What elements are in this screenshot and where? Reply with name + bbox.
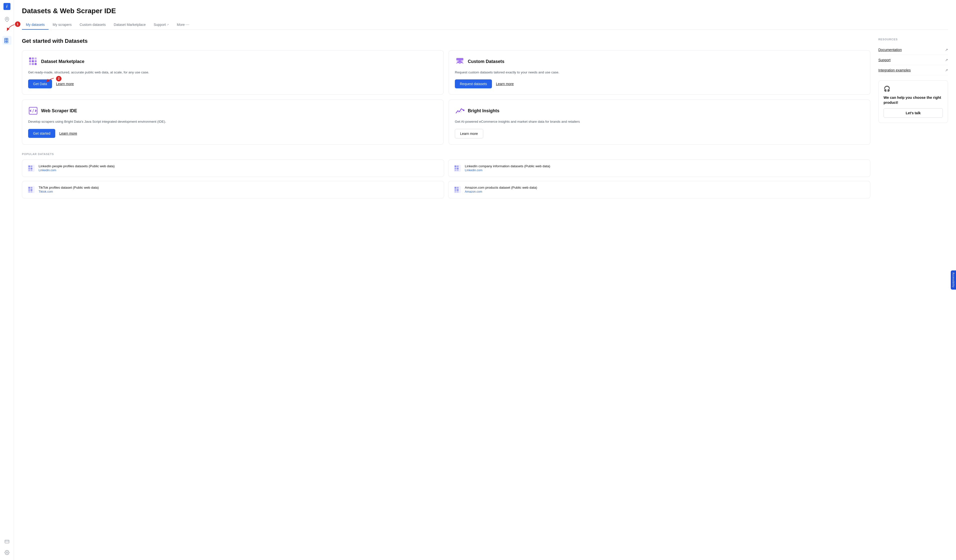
list-item[interactable]: Amazon.com products dataset (Public web … [448,181,870,198]
tab-more[interactable]: More ··· [173,20,193,30]
dataset-source: Amazon.com [465,190,537,193]
svg-rect-15 [35,60,36,62]
list-item[interactable]: LinkedIn company information datasets (P… [448,160,870,177]
card-header: Web Scraper IDE [28,106,437,116]
linkedin-company-dataset-icon [453,164,461,172]
svg-rect-31 [454,166,456,167]
billing-icon[interactable] [3,537,11,546]
settings-icon[interactable] [3,548,11,557]
dataset-source: Linkedin.com [39,168,115,172]
marketplace-card-actions: Get Data [28,79,437,88]
datasets-icon[interactable] [3,36,11,45]
svg-rect-25 [31,166,32,167]
svg-rect-14 [32,60,34,62]
svg-rect-26 [28,168,30,169]
section-title: Get started with Datasets [22,38,870,44]
tab-my-scrapers[interactable]: My scrapers [49,20,75,30]
svg-rect-32 [457,166,459,167]
documentation-link-text: Documentation [878,48,902,52]
svg-rect-28 [28,170,30,171]
popular-datasets-section: POPULAR DATASETS [22,152,870,198]
request-datasets-button[interactable]: Request datasets [455,79,492,88]
integration-examples-link[interactable]: Integration examples ↗ [878,65,948,75]
scraper-card-desc: Develop scrapers using Bright Data's Jav… [28,119,437,124]
help-text: We can help you choose the right product… [884,95,943,105]
svg-rect-10 [29,58,31,60]
svg-point-0 [6,19,8,20]
dataset-source: Linkedin.com [465,168,550,172]
svg-rect-39 [31,187,32,189]
card-header: Dataset Marketplace [28,56,437,66]
external-link-icon: ↗ [167,23,169,27]
svg-rect-50 [457,191,459,192]
headset-icon: 🎧 [884,86,943,92]
dataset-source: Tiktok.com [39,190,99,193]
annotation-arrow-2 [45,77,55,85]
list-item[interactable]: LinkedIn people profiles datasets (Publi… [22,160,444,177]
tabs-bar: My datasets My scrapers Custom datasets … [22,20,948,30]
accessibility-tab[interactable]: Accessibility [951,271,956,290]
annotation-badge-1: 1 [15,21,20,27]
dataset-name: Amazon.com products dataset (Public web … [465,186,537,190]
more-dots-icon: ··· [186,22,189,27]
resources-sidebar: RESOURCES Documentation ↗ Support ↗ Inte… [878,38,948,198]
location-icon[interactable] [3,15,11,24]
card-header: Custom Datasets [455,56,864,66]
svg-rect-11 [32,58,34,60]
datasets-grid: LinkedIn people profiles datasets (Publi… [22,160,870,198]
svg-rect-3 [5,40,6,41]
svg-rect-18 [35,63,36,65]
documentation-external-icon: ↗ [945,48,948,52]
svg-rect-4 [6,40,8,41]
insights-card-title: Bright Insights [468,108,499,113]
svg-rect-27 [31,168,32,169]
web-scraper-card: Web Scraper IDE Develop scrapers using B… [22,100,443,144]
sidebar: i 1 [0,0,14,560]
dataset-name: TikTok profiles dataset (Public web data… [39,186,99,190]
get-started-button[interactable]: Get started [28,129,55,138]
custom-datasets-card-actions: Request datasets Learn more [455,79,864,88]
custom-datasets-learn-more[interactable]: Learn more [496,82,514,86]
insights-card-desc: Get AI-powered eCommerce insights and ma… [455,119,864,124]
tab-custom-datasets[interactable]: Custom datasets [76,20,110,30]
scraper-learn-more[interactable]: Learn more [59,132,77,135]
tiktok-dataset-icon [27,186,35,194]
bright-insights-card: Bright Insights Get AI-powered eCommerce… [449,100,870,144]
lets-talk-button[interactable]: Let's talk [884,108,943,118]
resources-label: RESOURCES [878,38,948,41]
tab-my-datasets[interactable]: My datasets [22,20,49,30]
svg-rect-45 [454,187,456,189]
integration-examples-link-text: Integration examples [878,68,911,72]
support-external-icon: ↗ [945,58,948,62]
content-area: Get started with Datasets [22,38,948,198]
amazon-dataset-icon [453,186,461,194]
tab-dataset-marketplace[interactable]: Dataset Marketplace [110,20,149,30]
custom-datasets-card-desc: Request custom datasets tailored exactly… [455,70,864,75]
svg-rect-49 [454,191,456,192]
integration-external-icon: ↗ [945,68,948,72]
marketplace-card-title: Dataset Marketplace [41,59,84,64]
svg-rect-17 [32,63,34,65]
annotation-2: 2 [45,77,61,85]
scraper-card-title: Web Scraper IDE [41,108,77,113]
svg-rect-12 [35,58,36,60]
svg-rect-5 [5,42,6,43]
svg-rect-6 [6,42,8,43]
documentation-link[interactable]: Documentation ↗ [878,45,948,55]
support-link[interactable]: Support ↗ [878,55,948,65]
svg-rect-40 [28,189,30,191]
list-item[interactable]: TikTok profiles dataset (Public web data… [22,181,444,198]
svg-point-9 [6,552,8,553]
svg-rect-7 [5,540,9,543]
svg-rect-48 [457,189,459,191]
svg-rect-35 [454,170,456,171]
info-icon[interactable]: i [3,3,11,10]
insights-learn-more-button[interactable]: Learn more [455,129,483,138]
card-header: Bright Insights [455,106,864,116]
custom-datasets-card: Custom Datasets Request custom datasets … [449,50,870,94]
svg-rect-13 [29,60,31,62]
dataset-marketplace-card: Dataset Marketplace Get ready-made, stru… [22,50,443,94]
svg-rect-43 [31,191,32,192]
tab-support[interactable]: Support ↗ [149,20,173,30]
insights-card-actions: Learn more [455,129,864,138]
